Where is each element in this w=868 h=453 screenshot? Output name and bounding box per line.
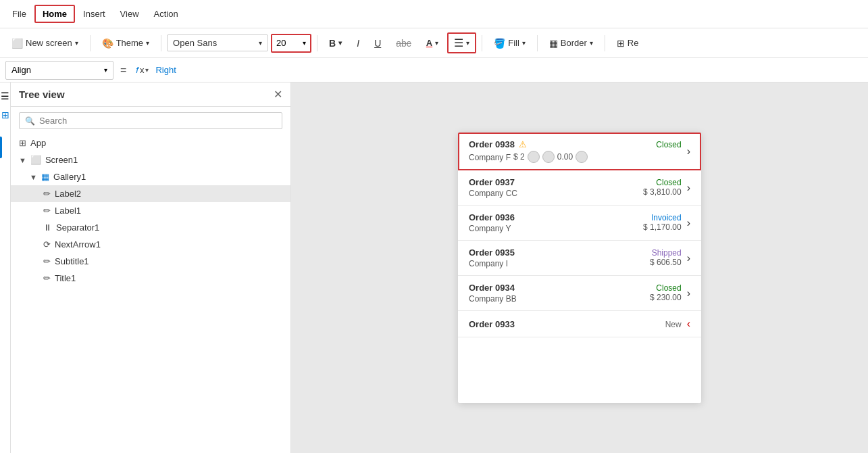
sep2	[161, 35, 161, 51]
search-input[interactable]	[39, 116, 276, 126]
order-0938-title: Order 0938	[469, 139, 515, 149]
circle3	[576, 151, 588, 163]
order-0937-title: Order 0937	[469, 177, 515, 187]
fill-button[interactable]: 🪣 Fill ▾	[488, 34, 532, 52]
gallery-row-0938[interactable]: Order 0938 ⚠ Closed Company F $ 2 0.00	[458, 133, 701, 170]
chevron-0934: ›	[687, 287, 690, 300]
font-size-selector[interactable]: 20 ▾	[271, 34, 311, 53]
border-label: Border	[561, 38, 587, 48]
underline-label: U	[374, 38, 381, 49]
chevron-0938: ›	[687, 145, 690, 158]
bold-button[interactable]: B ▾	[323, 34, 348, 52]
close-button[interactable]: ✕	[274, 88, 282, 101]
screen1-arrow: ▼	[19, 156, 26, 164]
panel-title: Tree view	[19, 89, 65, 100]
company-0938: Company F	[469, 153, 511, 162]
fx-x: x	[140, 65, 145, 75]
align-chevron: ▾	[466, 39, 469, 47]
underline-button[interactable]: U	[368, 34, 387, 52]
gallery-row-0933[interactable]: Order 0933 New ‹	[458, 311, 701, 337]
tree-item-label2[interactable]: ✏ Label2	[11, 185, 290, 202]
title1-icon: ✏	[43, 273, 51, 283]
border-button[interactable]: ▦ Border ▾	[543, 34, 599, 52]
main-layout: ☰ ⊞ Tree view ✕ 🔍 ⊞ App ▼ ⬜ Screen1	[0, 82, 868, 453]
theme-button[interactable]: 🎨 Theme ▾	[96, 34, 155, 52]
status-0937: Closed	[656, 178, 681, 187]
font-name: Open Sans	[173, 38, 217, 48]
strikethrough-label: abc	[396, 38, 411, 49]
amount-0934: $ 230.00	[650, 293, 682, 304]
layers-icon[interactable]: ⊞	[0, 107, 12, 123]
bold-label: B	[329, 38, 336, 49]
fill-chevron: ▾	[522, 39, 526, 47]
font-color-chevron: ▾	[435, 39, 438, 47]
menu-item-insert[interactable]: Insert	[76, 6, 112, 22]
tree-item-app[interactable]: ⊞ App	[11, 135, 290, 151]
new-screen-icon: ⬜	[11, 38, 23, 49]
row-content-0937: Order 0937 Closed Company CC $ 3,810.00	[469, 177, 682, 198]
font-size-value: 20	[276, 38, 286, 48]
re-button[interactable]: ⊞ Re	[611, 34, 645, 52]
font-color-button[interactable]: A ▾	[420, 34, 444, 51]
new-screen-label: New screen	[26, 38, 72, 48]
tree-item-separator1[interactable]: ⏸ Separator1	[11, 219, 290, 236]
row-content-0933: Order 0933 New	[469, 319, 682, 329]
gallery-row-0935[interactable]: Order 0935 Shipped Company I $ 606.50 ›	[458, 241, 701, 276]
hamburger-icon[interactable]: ☰	[0, 88, 12, 104]
menu-item-home[interactable]: Home	[34, 5, 75, 23]
fx-button[interactable]: f x ▾	[133, 65, 151, 75]
theme-label: Theme	[116, 38, 143, 48]
re-label: Re	[628, 38, 639, 48]
tree-items: ⊞ App ▼ ⬜ Screen1 ▼ ▦ Gallery1 ✏ Label2	[11, 135, 290, 453]
property-selector[interactable]: Align ▾	[5, 61, 113, 80]
chevron-0933: ‹	[687, 318, 690, 330]
status-0938: Closed	[656, 140, 681, 149]
company-0936: Company Y	[469, 224, 511, 233]
search-box: 🔍	[19, 112, 282, 129]
company-0935: Company I	[469, 259, 508, 268]
sep5	[537, 35, 538, 51]
font-selector[interactable]: Open Sans ▾	[167, 34, 268, 51]
amount-0937: $ 3,810.00	[643, 187, 682, 198]
fill-label: Fill	[508, 38, 519, 48]
chevron-0936: ›	[687, 217, 690, 229]
fill-icon: 🪣	[494, 38, 505, 49]
tree-item-label1[interactable]: ✏ Label1	[11, 202, 290, 219]
order-0934-title: Order 0934	[469, 283, 515, 293]
gallery1-icon: ▦	[41, 172, 49, 182]
tree-item-screen1[interactable]: ▼ ⬜ Screen1	[11, 151, 290, 168]
tree-item-title1[interactable]: ✏ Title1	[11, 270, 290, 287]
amount-0936: $ 1,170.00	[643, 222, 682, 233]
label2-icon: ✏	[43, 189, 51, 199]
font-color-label: A	[426, 38, 432, 48]
gallery-row-0937[interactable]: Order 0937 Closed Company CC $ 3,810.00 …	[458, 170, 701, 206]
subtitle1-label: Subtitle1	[55, 256, 89, 266]
menu-item-file[interactable]: File	[5, 6, 33, 22]
menu-item-action[interactable]: Action	[147, 6, 185, 22]
tree-item-gallery1[interactable]: ▼ ▦ Gallery1	[11, 168, 290, 185]
gallery-row-0934[interactable]: Order 0934 Closed Company BB $ 230.00 ›	[458, 276, 701, 311]
gallery-row-0936[interactable]: Order 0936 Invoiced Company Y $ 1,170.00…	[458, 206, 701, 241]
new-screen-button[interactable]: ⬜ New screen ▾	[5, 34, 84, 52]
font-size-chevron: ▾	[303, 39, 306, 47]
menu-item-view[interactable]: View	[113, 6, 146, 22]
title1-label: Title1	[55, 273, 76, 283]
app-icon: ⊞	[19, 138, 26, 148]
tree-item-subtitle1[interactable]: ✏ Subtitle1	[11, 253, 290, 270]
canvas-area: Order 0938 ⚠ Closed Company F $ 2 0.00	[291, 82, 868, 453]
label1-icon: ✏	[43, 206, 51, 216]
new-screen-chevron: ▾	[75, 39, 78, 47]
tree-item-nextarrow1[interactable]: ⟳ NextArrow1	[11, 236, 290, 253]
italic-button[interactable]: I	[351, 34, 365, 52]
fx-chevron: ▾	[145, 66, 149, 74]
toolbar: ⬜ New screen ▾ 🎨 Theme ▾ Open Sans ▾ 20 …	[0, 28, 868, 58]
theme-icon: 🎨	[102, 38, 113, 49]
order-0935-title: Order 0935	[469, 247, 515, 258]
italic-label: I	[357, 38, 359, 49]
align-button[interactable]: ☰ ▾	[447, 32, 476, 53]
bold-chevron: ▾	[338, 39, 342, 47]
equals-sign: =	[118, 64, 129, 76]
strikethrough-button[interactable]: abc	[390, 34, 417, 52]
fx-label: f	[136, 65, 138, 75]
align-icon: ☰	[454, 37, 463, 49]
